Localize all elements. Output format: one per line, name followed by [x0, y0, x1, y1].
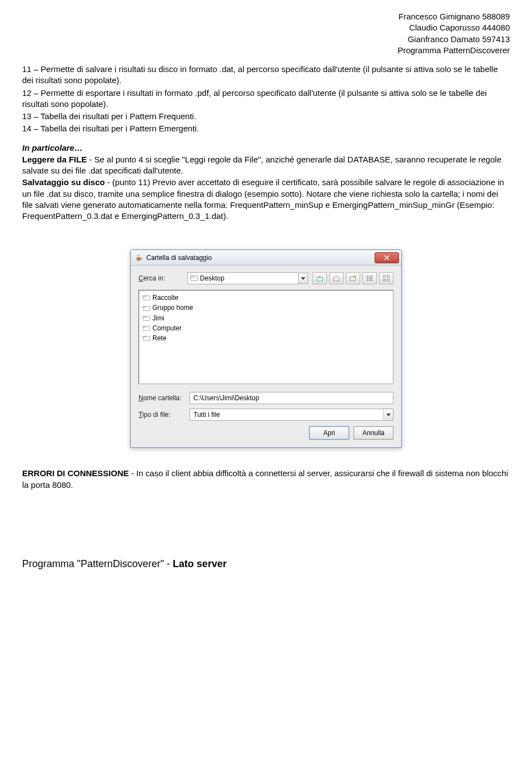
list-item[interactable]: Computer	[142, 323, 390, 333]
dialog-body: Cerca in: Desktop	[131, 266, 401, 447]
list-item[interactable]: Raccolte	[142, 293, 390, 303]
svg-rect-23	[143, 336, 146, 338]
svg-rect-12	[383, 279, 386, 282]
salvataggio-su-disco: Salvataggio su disco - (punto 11) Previo…	[22, 177, 510, 222]
list-item[interactable]: Rete	[142, 333, 390, 343]
folder-icon	[142, 314, 150, 322]
list-item-label: Jimi	[152, 314, 164, 323]
leggere-text: - Se al punto 4 si sceglie "Leggi regole…	[22, 155, 502, 175]
search-in-combo[interactable]: Desktop	[187, 272, 299, 284]
footer-bold: Lato server	[173, 558, 227, 569]
svg-rect-5	[367, 278, 369, 279]
svg-rect-11	[387, 276, 390, 278]
point-12: 12 – Permette di esportare i risultati i…	[22, 88, 510, 110]
folder-icon	[142, 304, 150, 312]
list-item-label: Raccolte	[152, 293, 178, 302]
leggere-label: Leggere da FILE	[22, 155, 87, 164]
svg-rect-15	[143, 296, 146, 297]
folder-name-label: Nome cartella:	[139, 394, 190, 402]
numbered-points: 11 – Permette di salvare i risultati su …	[22, 64, 510, 135]
svg-rect-7	[370, 276, 372, 277]
list-item-label: Gruppo home	[152, 303, 193, 312]
svg-rect-10	[383, 276, 386, 278]
dialog-titlebar[interactable]: Cartella di salvataggio	[131, 250, 401, 266]
svg-rect-9	[370, 280, 372, 281]
list-view-button[interactable]	[362, 272, 377, 284]
details-view-button[interactable]	[379, 272, 393, 284]
document-header: Francesco Gimignano 588089 Claudio Capor…	[22, 11, 510, 56]
svg-rect-3	[350, 277, 356, 281]
file-type-label: Tipo di file:	[139, 410, 190, 419]
leggere-da-file: Leggere da FILE - Se al punto 4 si scegl…	[22, 154, 510, 177]
up-folder-button[interactable]	[313, 272, 327, 284]
list-item[interactable]: Jimi	[142, 313, 390, 323]
folder-name-row: Nome cartella: C:\Users\Jimi\Desktop	[139, 392, 393, 404]
svg-rect-13	[387, 279, 390, 282]
errors-label: ERRORI DI CONNESSIONE	[22, 468, 129, 478]
close-button[interactable]	[375, 252, 399, 263]
folder-icon	[142, 334, 150, 342]
svg-rect-6	[367, 280, 369, 281]
dialog-button-row: Apri Annulla	[139, 426, 393, 440]
toolbar-buttons	[313, 272, 393, 284]
combo-dropdown-arrow[interactable]	[299, 273, 308, 284]
save-folder-dialog: Cartella di salvataggio Cerca in: Deskto…	[130, 249, 402, 448]
salvataggio-label: Salvataggio su disco	[22, 177, 105, 187]
search-in-row: Cerca in: Desktop	[139, 272, 393, 284]
header-line: Claudio Caporusso 444080	[22, 22, 510, 33]
svg-rect-21	[143, 326, 146, 327]
point-13: 13 – Tabella dei risultati per i Pattern…	[22, 111, 510, 122]
svg-rect-2	[317, 278, 323, 282]
header-line: Programma PatternDiscoverer	[22, 45, 510, 56]
connection-errors-section: ERRORI DI CONNESSIONE - In caso il clien…	[22, 468, 510, 491]
open-button[interactable]: Apri	[309, 426, 349, 440]
svg-rect-1	[191, 276, 193, 278]
svg-rect-8	[370, 278, 372, 279]
dialog-screenshot-wrap: Cartella di salvataggio Cerca in: Deskto…	[22, 249, 510, 448]
list-item-label: Computer	[152, 324, 182, 333]
in-particolare-section: In particolare… Leggere da FILE - Se al …	[22, 142, 510, 222]
folder-icon	[142, 324, 150, 332]
header-line: Gianfranco Damato 597413	[22, 34, 510, 45]
in-particolare-title: In particolare…	[22, 142, 510, 154]
dialog-title: Cartella di salvataggio	[146, 253, 212, 262]
file-type-value: Tutti i file	[190, 409, 383, 420]
cancel-button[interactable]: Annulla	[354, 426, 393, 440]
file-type-row: Tipo di file: Tutti i file	[139, 409, 393, 421]
list-item[interactable]: Gruppo home	[142, 303, 390, 313]
file-list[interactable]: Raccolte Gruppo home Jimi Computer Rete	[139, 290, 393, 384]
new-folder-button[interactable]	[346, 272, 360, 284]
footer-title: Programma "PatternDiscoverer" - Lato ser…	[22, 557, 510, 570]
java-icon	[135, 254, 143, 262]
chevron-down-icon[interactable]	[383, 409, 393, 420]
folder-icon	[190, 274, 198, 282]
folder-name-field[interactable]: C:\Users\Jimi\Desktop	[190, 392, 393, 404]
point-11: 11 – Permette di salvare i risultati su …	[22, 64, 510, 86]
search-in-label: Cerca in:	[139, 274, 187, 283]
file-type-combo[interactable]: Tutti i file	[190, 409, 393, 421]
search-in-value: Desktop	[198, 274, 297, 283]
footer-pre: Programma "PatternDiscoverer" -	[22, 558, 173, 569]
point-14: 14 – Tabella dei risultati per i Pattern…	[22, 123, 510, 134]
svg-rect-17	[143, 306, 146, 307]
list-item-label: Rete	[152, 334, 166, 343]
svg-rect-19	[143, 316, 146, 317]
header-line: Francesco Gimignano 588089	[22, 11, 510, 22]
svg-rect-4	[367, 276, 369, 277]
home-button[interactable]	[329, 272, 344, 284]
folder-icon	[142, 294, 150, 302]
